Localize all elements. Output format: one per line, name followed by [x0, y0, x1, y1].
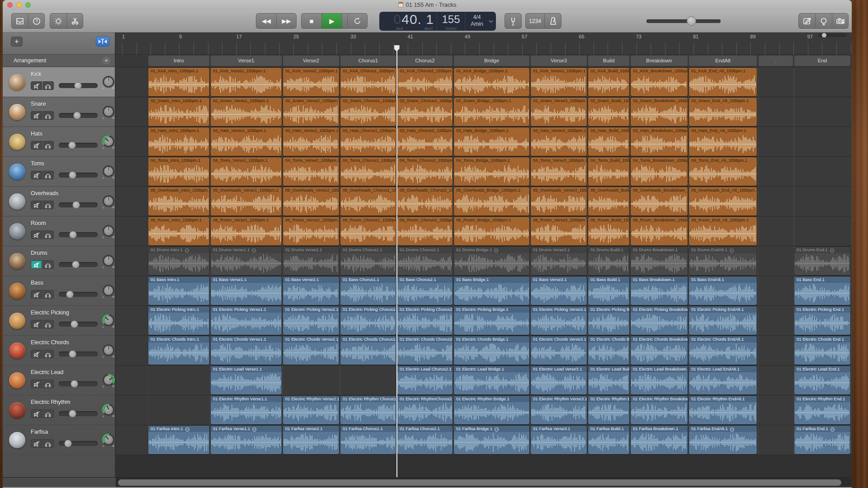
mute-button[interactable]	[31, 409, 42, 418]
play-button[interactable]: ▶	[321, 13, 342, 29]
region[interactable]: 01 Electric Chords End.1	[794, 336, 850, 365]
track-header-overheads[interactable]: OverheadsLR	[3, 187, 115, 216]
region[interactable]: 01 Electric Rhythm Breakdown.1	[631, 396, 688, 424]
region[interactable]: 01 Electric Picking Verse1.1	[211, 306, 282, 335]
pan-knob[interactable]: LR	[102, 433, 115, 446]
mute-button[interactable]	[31, 201, 42, 209]
region[interactable]: 01 Drums End.1~	[794, 247, 850, 275]
region[interactable]: 01 Farfisa End.1~	[794, 426, 850, 454]
region[interactable]: 01 Electric Picking Bridge.1	[454, 306, 529, 335]
pan-knob[interactable]: LR	[102, 284, 115, 297]
metronome-button[interactable]	[544, 13, 561, 29]
region[interactable]: 01 Bass Verse2.1	[283, 277, 339, 305]
region[interactable]: 01 Drums Build.1	[588, 247, 629, 275]
region[interactable]: 01 Electric Picking Verse3.1	[531, 306, 587, 335]
region[interactable]: 01 Bass Intro.1	[148, 277, 209, 305]
solo-button[interactable]	[42, 350, 54, 358]
library-button[interactable]	[11, 13, 28, 29]
region[interactable]: 02_Snare_Build_155bpm.1	[588, 98, 629, 126]
region[interactable]: 01 Electric Chords EndAlt.1	[689, 336, 757, 365]
region[interactable]: 06_Room_Chorus1_155bpm.1	[340, 217, 396, 245]
volume-slider[interactable]	[59, 381, 98, 386]
pan-knob[interactable]: LR	[102, 254, 115, 267]
region[interactable]: 01_Kick_Breakdown_155bpm.1	[631, 68, 688, 96]
region[interactable]: 01 Electric Picking Build.1	[588, 306, 629, 335]
region[interactable]: 05_Overheads_Intro_155bpm.1	[148, 187, 209, 216]
region[interactable]: 01_Kick_Verse3_155bpm.1	[531, 68, 587, 96]
volume-knob[interactable]	[74, 82, 82, 89]
region[interactable]: 04_Toms_Chorus1_155bpm.1	[340, 157, 396, 186]
region[interactable]: 06_Room_Verse3_155bpm.1	[531, 217, 587, 245]
region[interactable]: 04_Toms_Verse3_155bpm.1	[531, 157, 587, 186]
mute-button[interactable]	[31, 81, 42, 90]
region[interactable]: 01 Electric Picking Chorus2.1	[397, 306, 453, 335]
track-header-hats[interactable]: HatsLR	[3, 127, 115, 157]
region[interactable]: 03_Hats_Bridge_155bpm.1	[454, 127, 529, 156]
region[interactable]: 02_Snare_Chorus2_155bpm.1	[397, 98, 453, 126]
region[interactable]: 01 Farfisa Verse3.1	[531, 426, 587, 454]
solo-button[interactable]	[42, 230, 54, 239]
region[interactable]: 02_Snare_Verse3_155bpm.1	[531, 98, 587, 126]
region[interactable]: 03_Hats_Intro_155bpm.1	[148, 127, 209, 156]
volume-knob[interactable]	[72, 261, 80, 268]
arrangement-section-intro[interactable]: Intro	[148, 56, 209, 66]
volume-slider[interactable]	[59, 113, 98, 118]
region[interactable]: 06_Room_End_Alt_155bpm.1	[689, 217, 757, 245]
region[interactable]: 03_Hats_Verse2_155bpm.1	[283, 127, 339, 156]
region[interactable]: 05_Overheads_Build_155bpm.1	[588, 187, 629, 216]
track-header-electric-picking[interactable]: Electric PickingLR	[3, 306, 115, 336]
solo-button[interactable]	[42, 409, 54, 418]
quick-help-button[interactable]: ?	[28, 13, 45, 29]
volume-slider[interactable]	[59, 202, 98, 207]
region[interactable]: 06_Room_Intro_155bpm.1	[148, 217, 209, 245]
arrangement-section-breakdown[interactable]: Breakdown	[631, 56, 688, 66]
region[interactable]: 01 Electric Picking Verse2.1	[283, 306, 339, 335]
region[interactable]: 01 Farfisa Bridge.1~	[454, 426, 529, 454]
region[interactable]: 06_Room_Chorus2_155bpm.1	[397, 217, 453, 245]
volume-knob[interactable]	[69, 410, 76, 418]
region[interactable]: 01 Drums Verse1.1~	[211, 247, 282, 275]
arrangement-section-bridge[interactable]: Bridge	[454, 56, 529, 66]
volume-knob[interactable]	[69, 231, 77, 239]
smart-controls-button[interactable]	[50, 13, 66, 29]
region[interactable]: 01 Drums Verse3.1	[531, 247, 587, 275]
track-header-drums[interactable]: DrumsLR	[3, 246, 115, 276]
volume-knob[interactable]	[73, 112, 81, 119]
pan-knob[interactable]: LR	[102, 373, 115, 387]
pan-knob[interactable]: LR	[102, 403, 115, 417]
region[interactable]: 01 Drums Breakdown.1	[631, 247, 688, 275]
rewind-button[interactable]: ◀◀	[256, 13, 276, 29]
pan-knob[interactable]: LR	[102, 75, 115, 89]
region[interactable]: 01 Electric Chords Verse2.1	[283, 336, 339, 365]
solo-button[interactable]	[42, 260, 54, 269]
region[interactable]: 02_Snare_Verse2_155bpm.1	[283, 98, 339, 126]
pan-knob[interactable]: LR	[102, 343, 115, 357]
volume-knob[interactable]	[69, 171, 76, 179]
volume-knob[interactable]	[71, 380, 78, 388]
region[interactable]: 03_Hats_End_Alt_155bpm.1	[689, 127, 757, 156]
volume-slider[interactable]	[59, 232, 98, 237]
zoom-slider-knob[interactable]	[822, 33, 826, 38]
region[interactable]: 01 Farfisa Intro.1~	[148, 426, 209, 454]
lcd-display[interactable]: 040. 1 BAR BEAT 155 TEMPO 4/4 Amin	[379, 12, 496, 31]
region[interactable]: 01_Kick_Verse1_155bpm.1	[211, 68, 282, 96]
region[interactable]: 06_Room_Breakdown_155bpm.1	[631, 217, 688, 245]
region[interactable]: 01 Electric Rhythm EndAlt.1	[689, 396, 757, 424]
region[interactable]: 03_Hats_Build_155bpm.1	[588, 127, 629, 156]
track-header-toms[interactable]: TomsLR	[3, 157, 115, 187]
region[interactable]: 01 Electric Lead Breakdown.1	[631, 366, 688, 394]
add-track-button[interactable]: +	[11, 37, 23, 47]
region[interactable]: 01 Farfisa EndAlt.1~	[689, 426, 757, 454]
pan-knob[interactable]: LR	[102, 164, 115, 178]
solo-button[interactable]	[42, 201, 54, 209]
volume-slider[interactable]	[59, 83, 98, 88]
track-header-electric-rhythm[interactable]: Electric RhythmLR	[3, 395, 115, 425]
region[interactable]: 01 Electric Picking End.1	[794, 306, 850, 335]
volume-slider[interactable]	[59, 262, 98, 267]
region[interactable]: 01 Electric Lead EndAlt.1	[689, 366, 757, 394]
region[interactable]: 01 Farfisa Verse1.1~	[211, 426, 282, 454]
region[interactable]: 01_Kick_Bridge_155bpm.1	[454, 68, 529, 96]
lcd-display-options[interactable]	[489, 12, 496, 31]
mute-button[interactable]	[31, 230, 42, 239]
region[interactable]: 04_Toms_Verse1_155bpm.1	[211, 157, 282, 186]
